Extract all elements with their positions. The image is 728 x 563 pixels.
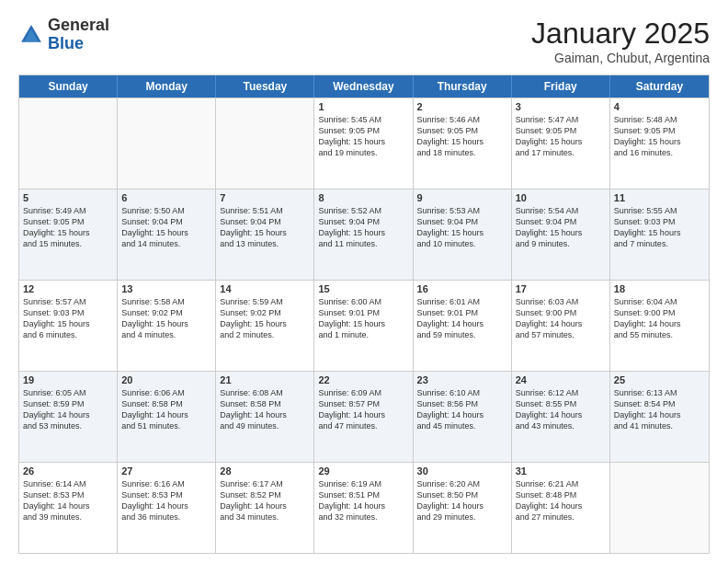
day-number: 5 — [23, 192, 113, 203]
day-number: 23 — [417, 374, 507, 385]
cell-info: Sunrise: 6:05 AM Sunset: 8:59 PM Dayligh… — [23, 387, 113, 432]
calendar-row-1: 5Sunrise: 5:49 AM Sunset: 9:05 PM Daylig… — [19, 189, 709, 280]
day-number: 11 — [614, 192, 705, 203]
cell-info: Sunrise: 6:04 AM Sunset: 9:00 PM Dayligh… — [614, 296, 705, 341]
header-day-tuesday: Tuesday — [216, 75, 314, 98]
cell-info: Sunrise: 6:09 AM Sunset: 8:57 PM Dayligh… — [318, 387, 408, 432]
cell-info: Sunrise: 6:21 AM Sunset: 8:48 PM Dayligh… — [516, 478, 606, 523]
day-number: 10 — [516, 192, 606, 203]
cal-cell-0-5: 3Sunrise: 5:47 AM Sunset: 9:05 PM Daylig… — [512, 98, 610, 189]
header-day-wednesday: Wednesday — [314, 75, 413, 98]
day-number: 24 — [516, 374, 606, 385]
day-number: 18 — [614, 283, 705, 294]
day-number: 9 — [417, 192, 507, 203]
logo-blue: Blue — [48, 34, 84, 52]
cell-info: Sunrise: 5:48 AM Sunset: 9:05 PM Dayligh… — [614, 114, 705, 159]
cell-info: Sunrise: 5:45 AM Sunset: 9:05 PM Dayligh… — [318, 114, 408, 159]
cal-cell-4-1: 27Sunrise: 6:16 AM Sunset: 8:53 PM Dayli… — [118, 463, 216, 553]
cal-cell-4-5: 31Sunrise: 6:21 AM Sunset: 8:48 PM Dayli… — [512, 463, 610, 553]
day-number: 8 — [318, 192, 408, 203]
cell-info: Sunrise: 5:49 AM Sunset: 9:05 PM Dayligh… — [23, 205, 113, 250]
cal-cell-1-6: 11Sunrise: 5:55 AM Sunset: 9:03 PM Dayli… — [610, 190, 709, 280]
cell-info: Sunrise: 6:19 AM Sunset: 8:51 PM Dayligh… — [318, 478, 408, 523]
cal-cell-4-6 — [610, 463, 709, 553]
day-number: 7 — [220, 192, 310, 203]
day-number: 13 — [121, 283, 211, 294]
logo-general: General — [48, 16, 109, 34]
page: General Blue January 2025 Gaiman, Chubut… — [0, 0, 728, 563]
cal-cell-0-6: 4Sunrise: 5:48 AM Sunset: 9:05 PM Daylig… — [610, 98, 709, 189]
cell-info: Sunrise: 5:52 AM Sunset: 9:04 PM Dayligh… — [318, 205, 408, 250]
cell-info: Sunrise: 6:16 AM Sunset: 8:53 PM Dayligh… — [121, 478, 211, 523]
header-day-saturday: Saturday — [610, 75, 709, 98]
cal-cell-4-4: 30Sunrise: 6:20 AM Sunset: 8:50 PM Dayli… — [414, 463, 512, 553]
cell-info: Sunrise: 5:51 AM Sunset: 9:04 PM Dayligh… — [220, 205, 310, 250]
logo-icon — [18, 22, 44, 48]
cell-info: Sunrise: 5:54 AM Sunset: 9:04 PM Dayligh… — [516, 205, 606, 250]
cal-cell-3-2: 21Sunrise: 6:08 AM Sunset: 8:58 PM Dayli… — [216, 372, 314, 462]
cal-cell-0-3: 1Sunrise: 5:45 AM Sunset: 9:05 PM Daylig… — [314, 98, 413, 189]
cell-info: Sunrise: 6:01 AM Sunset: 9:01 PM Dayligh… — [417, 296, 507, 341]
day-number: 4 — [614, 101, 705, 112]
calendar-body: 1Sunrise: 5:45 AM Sunset: 9:05 PM Daylig… — [19, 98, 709, 553]
day-number: 30 — [417, 465, 507, 477]
cell-info: Sunrise: 6:17 AM Sunset: 8:52 PM Dayligh… — [220, 478, 310, 523]
title-block: January 2025 Gaiman, Chubut, Argentina — [531, 17, 710, 65]
cell-info: Sunrise: 6:00 AM Sunset: 9:01 PM Dayligh… — [318, 296, 408, 341]
cal-cell-3-0: 19Sunrise: 6:05 AM Sunset: 8:59 PM Dayli… — [19, 372, 118, 462]
calendar-header: SundayMondayTuesdayWednesdayThursdayFrid… — [19, 75, 709, 98]
day-number: 27 — [121, 465, 211, 477]
day-number: 29 — [318, 465, 408, 477]
header: General Blue January 2025 Gaiman, Chubut… — [18, 17, 710, 65]
cal-cell-1-0: 5Sunrise: 5:49 AM Sunset: 9:05 PM Daylig… — [19, 190, 118, 280]
day-number: 26 — [23, 465, 113, 477]
logo-text: General Blue — [48, 17, 109, 53]
cell-info: Sunrise: 5:50 AM Sunset: 9:04 PM Dayligh… — [121, 205, 211, 250]
cal-cell-3-5: 24Sunrise: 6:12 AM Sunset: 8:55 PM Dayli… — [512, 372, 610, 462]
cal-cell-1-1: 6Sunrise: 5:50 AM Sunset: 9:04 PM Daylig… — [118, 190, 216, 280]
cell-info: Sunrise: 6:10 AM Sunset: 8:56 PM Dayligh… — [417, 387, 507, 432]
cell-info: Sunrise: 5:53 AM Sunset: 9:04 PM Dayligh… — [417, 205, 507, 250]
cell-info: Sunrise: 5:58 AM Sunset: 9:02 PM Dayligh… — [121, 296, 211, 341]
day-number: 16 — [417, 283, 507, 294]
cal-cell-3-1: 20Sunrise: 6:06 AM Sunset: 8:58 PM Dayli… — [118, 372, 216, 462]
cell-info: Sunrise: 5:47 AM Sunset: 9:05 PM Dayligh… — [516, 114, 606, 159]
day-number: 14 — [220, 283, 310, 294]
cell-info: Sunrise: 6:13 AM Sunset: 8:54 PM Dayligh… — [614, 387, 705, 432]
day-number: 17 — [516, 283, 606, 294]
day-number: 19 — [23, 374, 113, 385]
cal-cell-0-0 — [19, 98, 118, 189]
cell-info: Sunrise: 6:08 AM Sunset: 8:58 PM Dayligh… — [220, 387, 310, 432]
cal-cell-0-4: 2Sunrise: 5:46 AM Sunset: 9:05 PM Daylig… — [414, 98, 512, 189]
header-day-thursday: Thursday — [414, 75, 512, 98]
cell-info: Sunrise: 5:57 AM Sunset: 9:03 PM Dayligh… — [23, 296, 113, 341]
cell-info: Sunrise: 6:20 AM Sunset: 8:50 PM Dayligh… — [417, 478, 507, 523]
cal-cell-4-2: 28Sunrise: 6:17 AM Sunset: 8:52 PM Dayli… — [216, 463, 314, 553]
subtitle: Gaiman, Chubut, Argentina — [531, 51, 710, 65]
cal-cell-2-4: 16Sunrise: 6:01 AM Sunset: 9:01 PM Dayli… — [414, 281, 512, 371]
header-day-sunday: Sunday — [19, 75, 118, 98]
day-number: 22 — [318, 374, 408, 385]
cal-cell-0-1 — [118, 98, 216, 189]
cal-cell-1-2: 7Sunrise: 5:51 AM Sunset: 9:04 PM Daylig… — [216, 190, 314, 280]
calendar-row-2: 12Sunrise: 5:57 AM Sunset: 9:03 PM Dayli… — [19, 280, 709, 371]
calendar-row-4: 26Sunrise: 6:14 AM Sunset: 8:53 PM Dayli… — [19, 462, 709, 553]
day-number: 31 — [516, 465, 606, 477]
calendar-row-0: 1Sunrise: 5:45 AM Sunset: 9:05 PM Daylig… — [19, 98, 709, 189]
calendar-row-3: 19Sunrise: 6:05 AM Sunset: 8:59 PM Dayli… — [19, 371, 709, 462]
day-number: 25 — [614, 374, 705, 385]
cell-info: Sunrise: 6:14 AM Sunset: 8:53 PM Dayligh… — [23, 478, 113, 523]
cal-cell-2-5: 17Sunrise: 6:03 AM Sunset: 9:00 PM Dayli… — [512, 281, 610, 371]
day-number: 21 — [220, 374, 310, 385]
day-number: 3 — [516, 101, 606, 112]
cell-info: Sunrise: 5:59 AM Sunset: 9:02 PM Dayligh… — [220, 296, 310, 341]
header-day-friday: Friday — [512, 75, 610, 98]
day-number: 1 — [318, 101, 408, 112]
day-number: 6 — [121, 192, 211, 203]
calendar: SundayMondayTuesdayWednesdayThursdayFrid… — [18, 75, 710, 554]
cal-cell-3-3: 22Sunrise: 6:09 AM Sunset: 8:57 PM Dayli… — [314, 372, 413, 462]
cal-cell-2-1: 13Sunrise: 5:58 AM Sunset: 9:02 PM Dayli… — [118, 281, 216, 371]
month-title: January 2025 — [531, 17, 710, 51]
cal-cell-1-3: 8Sunrise: 5:52 AM Sunset: 9:04 PM Daylig… — [314, 190, 413, 280]
cell-info: Sunrise: 5:55 AM Sunset: 9:03 PM Dayligh… — [614, 205, 705, 250]
